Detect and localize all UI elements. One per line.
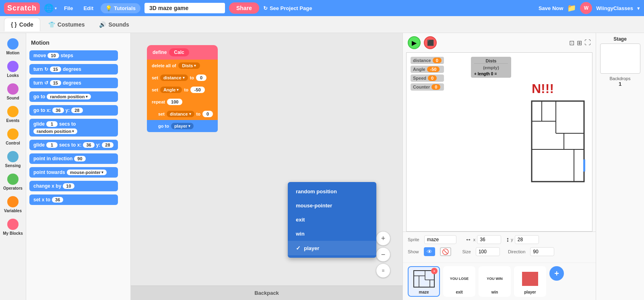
canvas-area[interactable]: define Calc delete all of Dists ▾ set di… [131,33,402,300]
sprite-name-input[interactable] [424,235,456,244]
show-visible-button[interactable]: 👁 [424,247,435,256]
set-distance-block-2[interactable]: set distance ▾ to 0 [147,108,218,120]
gotoxy-y[interactable]: 28 [71,108,83,113]
set-distance-block[interactable]: set distance ▾ to 0 [147,72,218,84]
move-value[interactable]: 10 [47,53,59,58]
category-sensing[interactable]: Sensing [1,149,25,170]
point-towards-dropdown[interactable]: mouse-pointer ▾ [67,170,107,175]
point-towards-block[interactable]: point towards mouse-pointer ▾ [29,166,127,179]
user-avatar[interactable]: W [580,2,592,14]
username-button[interactable]: WiingyClasses [596,5,633,11]
globe-button[interactable]: 🌐 ▾ [44,3,57,13]
glide-xy-block[interactable]: glide 1 secs to x: 36 y: 28 [29,139,127,151]
tab-sounds[interactable]: 🔊 Sounds [93,18,135,31]
point-dir-block[interactable]: point in direction 90 [29,152,127,165]
stage-normal-button[interactable]: ⊞ [577,39,582,47]
sprite-thumb-maze[interactable]: × maze [408,266,440,297]
x-coord: ↔ x [465,235,502,244]
zoom-fit-button[interactable]: = [376,263,390,278]
share-button[interactable]: Share [229,2,259,14]
edit-menu[interactable]: Edit [80,4,97,13]
green-flag-button[interactable]: ▶ [408,36,421,49]
glide-rand-block[interactable]: glide 1 secs to random position ▾ [29,118,127,138]
category-motion[interactable]: Motion [1,36,25,57]
category-events[interactable]: Events [1,104,25,125]
turn-left-block[interactable]: turn ↺ 15 degrees [29,77,127,89]
move-block[interactable]: move 10 steps [29,49,127,62]
glide-rand-value[interactable]: 1 [46,121,58,127]
goto-player-dropdown[interactable]: player ▾ [171,123,194,129]
category-control[interactable]: Control [1,126,25,147]
category-sound[interactable]: Sound [1,81,25,102]
set-x-value[interactable]: 36 [52,197,63,203]
glide-xy-y[interactable]: 28 [102,142,113,148]
change-x-block[interactable]: change x by 10 [29,180,127,192]
distance-dropdown-1[interactable]: distance ▾ [160,74,188,81]
gotoxy-x[interactable]: 36 [52,108,64,113]
add-sprite-button[interactable]: + [549,266,564,281]
sprite-thumb-exit[interactable]: YOU LOSE exit [443,266,475,297]
set-angle-block[interactable]: set Angle ▾ to -50 [147,84,218,96]
category-variables[interactable]: Variables [1,194,25,215]
file-menu[interactable]: File [61,4,76,13]
backpack[interactable]: Backpack [131,286,402,300]
zoom-out-button[interactable]: − [376,247,390,262]
repeat-value[interactable]: 100 [167,99,182,105]
category-operators[interactable]: Operators [1,172,25,192]
stop-button[interactable]: ⬛ [424,36,437,49]
goto-player-block[interactable]: go to player ▾ [147,120,218,132]
dropdown-win[interactable]: win [288,227,376,241]
user-dropdown-arrow[interactable]: ▾ [637,5,640,11]
change-x-value[interactable]: 10 [63,183,74,189]
stage-fullscreen-button[interactable]: ⛶ [584,39,591,47]
sprite-thumb-player[interactable]: player [514,266,546,297]
repeat-block[interactable]: repeat 100 [147,96,218,108]
distance-dropdown-2[interactable]: distance ▾ [167,111,194,117]
define-block[interactable]: define Calc delete all of Dists ▾ set di… [147,45,218,132]
sprite-thumb-win[interactable]: YOU WIN win [479,266,511,297]
category-looks[interactable]: Looks [1,59,25,80]
save-now-button[interactable]: Save Now [539,5,563,11]
y-input[interactable] [515,235,539,244]
dists-dropdown[interactable]: Dists ▾ [178,62,200,69]
glide-xy-x[interactable]: 36 [83,142,94,148]
point-dir-value[interactable]: 90 [74,156,85,161]
tab-costumes[interactable]: 👕 Costumes [42,18,91,31]
zoom-in-button[interactable]: + [376,231,390,246]
stage-small-button[interactable]: ⊡ [569,39,574,47]
set-x-block[interactable]: set x to 36 [29,193,127,206]
distance-value-2[interactable]: 0 [202,111,213,117]
tab-code[interactable]: { } Code [4,18,40,31]
show-hidden-button[interactable]: 🚫 [440,247,451,256]
size-input[interactable] [476,247,500,256]
variables-overlay: distance 0 Angle -50 Speed 0 Counter 0 [411,57,444,91]
dropdown-exit[interactable]: exit [288,213,376,227]
delete-block[interactable]: delete all of Dists ▾ [147,60,218,72]
see-project-button[interactable]: ↻ See Project Page [263,5,312,11]
y-label: y [511,237,513,242]
goto-dropdown[interactable]: random position ▾ [47,94,91,99]
direction-input[interactable] [530,247,554,256]
scratch-logo[interactable]: Scratch [4,2,40,14]
sprite-delete-maze[interactable]: × [431,268,438,274]
angle-dropdown[interactable]: Angle ▾ [160,87,182,93]
project-name-input[interactable] [144,3,225,13]
turn-right-block[interactable]: turn ↻ 15 degrees [29,63,127,76]
angle-value[interactable]: -50 [190,87,205,93]
folder-icon[interactable]: 📁 [567,4,576,12]
gotoxy-block[interactable]: go to x: 36 y: 28 [29,104,127,117]
y-arrow-icon: ↕ [506,236,509,243]
stage-thumbnail[interactable] [600,43,640,74]
turn-right-value[interactable]: 15 [50,66,61,72]
glide-xy-value[interactable]: 1 [46,142,58,148]
dropdown-player[interactable]: ✓ player [288,241,376,255]
turn-left-value[interactable]: 15 [50,80,61,86]
x-input[interactable] [477,235,501,244]
dropdown-random-position[interactable]: random position [288,184,376,199]
distance-value-1[interactable]: 0 [196,74,206,81]
category-myblocks[interactable]: My Blocks [1,217,25,238]
goto-block[interactable]: go to random position ▾ [29,90,127,103]
tutorials-button[interactable]: 💡 Tutorials [101,3,140,13]
glide-rand-dropdown[interactable]: random position ▾ [33,128,77,134]
dropdown-mouse-pointer[interactable]: mouse-pointer [288,199,376,213]
